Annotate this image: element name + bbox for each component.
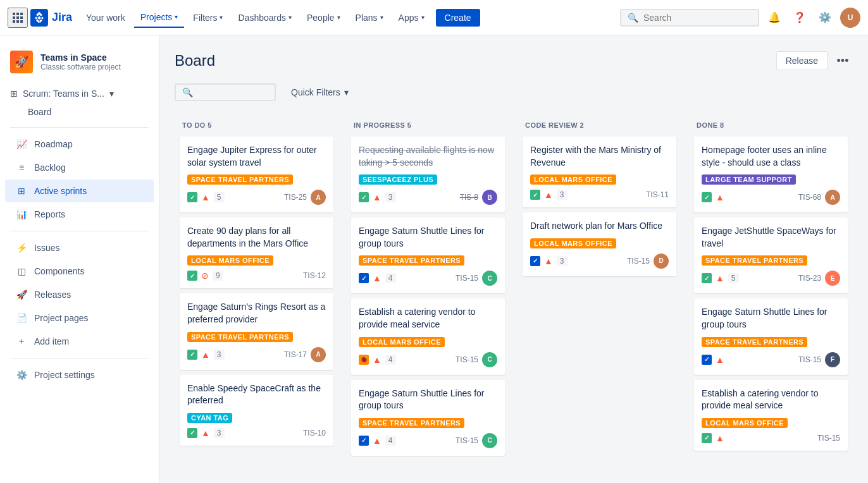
project-settings-icon: ⚙️ xyxy=(15,369,28,381)
card[interactable]: Draft network plan for Mars OfficeLOCAL … xyxy=(523,212,676,276)
apps-chevron: ▾ xyxy=(421,14,425,21)
card-footer-right: TIS-25A xyxy=(284,190,326,205)
card[interactable]: Engage Jupiter Express for outer solar s… xyxy=(180,137,333,212)
project-pages-icon: 📄 xyxy=(15,312,28,324)
nav-people[interactable]: People ▾ xyxy=(301,8,347,28)
sidebar-item-roadmap[interactable]: 📈 Roadmap xyxy=(5,133,154,156)
nav-projects[interactable]: Projects ▾ xyxy=(134,8,185,28)
card-title: Requesting available flights is now taki… xyxy=(359,144,497,169)
card-title: Establish a catering vendor to provide m… xyxy=(359,306,497,331)
nav-plans[interactable]: Plans ▾ xyxy=(349,8,390,28)
priority-icon: ▲ xyxy=(201,350,210,360)
sidebar-backlog-label: Backlog xyxy=(34,162,66,173)
priority-icon: ⊘ xyxy=(201,271,209,281)
sidebar-item-project-pages[interactable]: 📄 Project pages xyxy=(5,307,154,329)
logo[interactable]: Jira xyxy=(30,9,72,27)
sidebar-item-releases[interactable]: 🚀 Releases xyxy=(5,283,154,306)
sidebar-releases-label: Releases xyxy=(34,290,71,300)
story-icon: ✓ xyxy=(702,192,712,202)
card-id: TIS-10 xyxy=(303,429,326,437)
card-avatar: C xyxy=(482,433,497,448)
card-avatar: A xyxy=(311,190,326,205)
quick-filters-button[interactable]: Quick Filters ▾ xyxy=(283,83,356,101)
create-button[interactable]: Create xyxy=(436,9,480,27)
sidebar-item-add-item[interactable]: ＋ Add item xyxy=(5,330,154,353)
grid-icon[interactable] xyxy=(8,8,28,28)
board-search-input[interactable] xyxy=(197,87,273,97)
card-footer-right: TIS-15D xyxy=(627,254,669,269)
svg-rect-6 xyxy=(13,20,15,23)
card[interactable]: Establish a catering vendor to provide m… xyxy=(694,380,848,451)
card-id: TIS-15 xyxy=(627,257,650,266)
project-info: Teams in Space Classic software project xyxy=(40,52,149,71)
sidebar-item-components[interactable]: ◫ Components xyxy=(5,260,154,283)
sidebar-item-backlog[interactable]: ≡ Backlog xyxy=(5,156,154,179)
board-search-filter[interactable]: 🔍 xyxy=(175,83,276,101)
card-tag: SPACE TRAVEL PARTNERS xyxy=(359,418,464,428)
card[interactable]: Establish a catering vendor to provide m… xyxy=(351,298,505,374)
user-avatar[interactable]: U xyxy=(840,8,860,28)
card-title: Establish a catering vendor to provide m… xyxy=(702,388,840,412)
release-button[interactable]: Release xyxy=(776,51,828,70)
card-footer: 🐞▲4TIS-15C xyxy=(359,352,497,367)
card[interactable]: Engage JetShuttle SpaceWays for travelSP… xyxy=(694,217,848,293)
card-id: TIS-15 xyxy=(817,434,840,443)
sidebar-item-reports[interactable]: 📊 Reports xyxy=(5,203,154,226)
card-footer: ✓▲TIS-15 xyxy=(702,433,840,443)
sidebar-project-pages-label: Project pages xyxy=(34,313,89,323)
nav-apps[interactable]: Apps ▾ xyxy=(392,8,431,28)
help-icon[interactable]: ❓ xyxy=(790,8,810,28)
card[interactable]: Engage Saturn's Rings Resort as a prefer… xyxy=(180,293,333,369)
card[interactable]: Requesting available flights is now taki… xyxy=(351,137,505,212)
nav-dashboards[interactable]: Dashboards ▾ xyxy=(232,8,298,28)
card-id: TIS-12 xyxy=(303,271,326,280)
sidebar-item-active-sprints[interactable]: ⊞ Active sprints xyxy=(5,180,154,202)
card-footer-right: TIS-15C xyxy=(456,433,497,448)
sidebar-item-board[interactable]: Board xyxy=(5,102,154,122)
more-options-button[interactable]: ••• xyxy=(833,51,853,71)
card[interactable]: Engage Saturn Shuttle Lines for group to… xyxy=(351,217,505,293)
card-footer: ✓▲3TIS-17A xyxy=(187,347,326,362)
sidebar-item-project-settings[interactable]: ⚙️ Project settings xyxy=(5,364,154,386)
card-title: Register with the Mars Ministry of Reven… xyxy=(530,144,669,169)
card-footer: ✓▲3TIS-8B xyxy=(359,190,497,205)
card[interactable]: Register with the Mars Ministry of Reven… xyxy=(523,137,676,207)
card[interactable]: Create 90 day plans for all departments … xyxy=(180,217,333,288)
card-id: TIS-23 xyxy=(798,274,821,283)
sidebar-sprint-section[interactable]: ⊞ Scrum: Teams in S... ▾ xyxy=(0,83,159,101)
board-title: Board xyxy=(175,52,215,70)
card-footer-right: TIS-15C xyxy=(456,271,497,286)
card[interactable]: Enable Speedy SpaceCraft as the preferre… xyxy=(180,375,333,446)
sidebar-reports-label: Reports xyxy=(34,209,65,219)
priority-icon: ▲ xyxy=(373,436,381,446)
nav-your-work[interactable]: Your work xyxy=(80,8,132,28)
bug-icon: 🐞 xyxy=(359,355,369,365)
search-input[interactable] xyxy=(643,13,745,23)
card-footer-right: TIS-10 xyxy=(303,429,326,437)
add-item-icon: ＋ xyxy=(15,335,28,348)
card-tag: LOCAL MARS OFFICE xyxy=(187,255,273,266)
backlog-icon: ≡ xyxy=(15,161,28,174)
plans-chevron: ▾ xyxy=(380,14,383,21)
card[interactable]: Engage Saturn Shuttle Lines for group to… xyxy=(351,380,505,456)
sidebar-divider-2 xyxy=(10,231,149,231)
nav-filters[interactable]: Filters ▾ xyxy=(187,8,229,28)
card[interactable]: Homepage footer uses an inline style - s… xyxy=(694,137,848,212)
card-title: Engage Saturn's Rings Resort as a prefer… xyxy=(187,301,326,326)
search-box[interactable]: 🔍 xyxy=(620,9,759,27)
card-footer-right: TIS-15C xyxy=(456,352,497,367)
svg-rect-2 xyxy=(20,13,23,15)
notifications-icon[interactable]: 🔔 xyxy=(764,8,784,28)
card-id: TIS-25 xyxy=(284,193,307,202)
card-tag: LARGE TEAM SUPPORT xyxy=(702,174,796,185)
story-icon: ✓ xyxy=(187,192,197,202)
settings-icon[interactable]: ⚙️ xyxy=(815,8,835,28)
card-footer-right: TIS-68A xyxy=(798,190,840,205)
priority-icon: ▲ xyxy=(201,428,210,438)
sidebar-item-issues[interactable]: ⚡ Issues xyxy=(5,236,154,259)
card-title: Engage JetShuttle SpaceWays for travel xyxy=(702,225,840,250)
priority-icon: ▲ xyxy=(373,192,381,202)
card[interactable]: Engage Saturn Shuttle Lines for group to… xyxy=(694,298,848,374)
card-footer-right: TIS-12 xyxy=(303,271,326,280)
card-tag: LOCAL MARS OFFICE xyxy=(530,174,616,185)
